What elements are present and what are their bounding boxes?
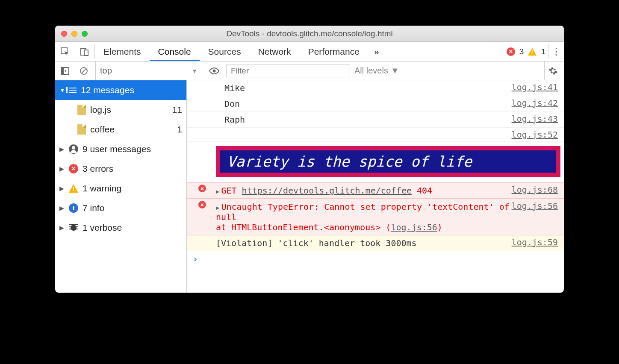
bug-icon [69,223,78,232]
file-icon [77,105,86,115]
error-url[interactable]: https://devtools.glitch.me/coffee [242,185,412,196]
sidebar-item-errors[interactable]: ▶ × 3 errors [55,159,186,179]
violation-message: [Violation] 'click' handler took 3000ms [214,237,512,249]
styled-log-box: Variety is the spice of life [216,146,560,177]
titlebar: DevTools - devtools.glitch.me/console/lo… [55,26,564,42]
svg-rect-2 [84,50,88,56]
stack-link[interactable]: log.js:56 [391,222,437,232]
svg-rect-4 [61,68,64,74]
log-message: Mike [214,82,512,94]
toggle-sidebar-icon[interactable] [58,67,72,75]
log-row[interactable]: Don log.js:42 [187,96,564,112]
tabs-overflow[interactable]: » [368,42,385,61]
chevron-right-icon: ▶ [59,146,65,153]
log-source-link[interactable]: log.js:41 [512,82,560,92]
levels-label: All levels [354,66,388,76]
error-icon: × [198,201,206,208]
sidebar-item-warning[interactable]: ▶ 1 warning [55,179,186,198]
chevron-down-icon: ▼ [391,66,399,76]
close-icon[interactable] [61,31,67,37]
error-row-network[interactable]: × ▶GET https://devtools.glitch.me/coffee… [187,182,564,199]
sidebar-item-count: 1 [177,124,182,135]
http-method: GET [221,185,236,196]
log-row[interactable]: Mike log.js:41 [187,80,564,96]
clear-console-icon[interactable] [77,67,91,75]
console-output: Mike log.js:41 Don log.js:42 Raph log.js… [187,80,564,293]
log-row[interactable]: Raph log.js:43 [187,112,564,128]
window-title: DevTools - devtools.glitch.me/console/lo… [55,29,564,38]
console-toolbar: top ▼ All levels ▼ [55,62,564,80]
sidebar-item-count: 11 [172,105,182,115]
minimize-icon[interactable] [71,31,77,37]
sidebar-item-messages[interactable]: ▼ 12 messages [55,80,186,100]
stack-frame: at HTMLButtonElement.<anonymous> (log.js… [216,222,442,232]
warning-count: 1 [541,47,545,56]
status-badges: × 3 1 [507,42,545,61]
error-icon: × [69,164,78,173]
settings-icon[interactable] [544,62,561,80]
context-label: top [100,66,112,76]
log-source-link[interactable]: log.js:68 [512,185,560,195]
error-count: 3 [519,47,524,56]
inspect-icon[interactable] [55,42,75,61]
svg-point-7 [213,69,216,72]
chevron-right-icon[interactable]: ▶ [216,204,219,211]
filter-field[interactable] [226,65,350,77]
http-status: 404 [417,185,432,196]
tab-performance[interactable]: Performance [300,42,368,61]
chevron-right-icon: ▶ [59,205,65,211]
main-tabs: Elements Console Sources Network Perform… [55,42,564,62]
tab-sources[interactable]: Sources [200,42,250,61]
sidebar-item-label: 12 messages [81,85,134,95]
log-source-link[interactable]: log.js:52 [512,129,560,140]
error-badge-icon[interactable]: × [507,47,515,56]
sidebar-item-label: coffee [90,124,115,135]
log-message [214,129,512,131]
sidebar-item-label: 1 warning [83,183,121,194]
console-prompt[interactable]: › [187,251,564,267]
filter-input[interactable] [226,65,350,77]
warning-badge-icon[interactable] [528,48,536,56]
user-icon [69,144,78,154]
sidebar-file-logjs[interactable]: log.js 11 [55,100,186,120]
info-icon: i [69,203,78,213]
violation-row[interactable]: [Violation] 'click' handler took 3000ms … [187,235,564,251]
warning-icon [69,184,78,193]
error-row-exception[interactable]: × ▶Uncaught TypeError: Cannot set proper… [187,199,564,235]
sidebar-item-label: 1 verbose [83,223,122,233]
tab-elements[interactable]: Elements [95,42,150,61]
sidebar-item-label: 9 user messages [83,144,151,154]
zoom-icon[interactable] [82,31,88,37]
chevron-right-icon[interactable]: ▶ [216,188,219,195]
log-source-link[interactable]: log.js:43 [512,114,560,124]
chevron-right-icon: ▶ [59,165,65,172]
file-icon [77,124,86,135]
log-source-link[interactable]: log.js:59 [512,237,560,247]
sidebar-file-coffee[interactable]: coffee 1 [55,120,186,139]
console-sidebar: ▼ 12 messages log.js 11 coffee 1 ▶ 9 use… [55,80,187,293]
tab-console[interactable]: Console [150,42,200,61]
svg-line-6 [82,69,86,73]
sidebar-item-info[interactable]: ▶ i 7 info [55,198,186,218]
live-expression-icon[interactable] [206,68,222,74]
sidebar-item-label: 3 errors [83,164,113,174]
log-levels-selector[interactable]: All levels ▼ [354,66,399,76]
list-icon [69,88,77,93]
context-selector[interactable]: top ▼ [95,62,202,80]
menu-icon[interactable]: ⋮ [548,42,564,61]
log-source-link[interactable]: log.js:42 [512,98,560,108]
sidebar-item-label: log.js [90,105,111,115]
chevron-down-icon: ▼ [192,68,197,74]
traffic-lights [61,31,88,37]
log-row[interactable]: log.js:52 [187,128,564,142]
chevron-down-icon: ▼ [59,87,65,94]
device-icon[interactable] [75,42,94,61]
log-source-link[interactable]: log.js:56 [512,201,560,211]
sidebar-item-label: 7 info [83,203,104,213]
error-icon: × [198,185,206,192]
sidebar-item-verbose[interactable]: ▶ 1 verbose [55,218,186,238]
tab-network[interactable]: Network [250,42,300,61]
styled-log-row[interactable]: Variety is the spice of life [187,142,564,182]
sidebar-item-user-messages[interactable]: ▶ 9 user messages [55,139,186,159]
devtools-window: DevTools - devtools.glitch.me/console/lo… [55,26,564,293]
